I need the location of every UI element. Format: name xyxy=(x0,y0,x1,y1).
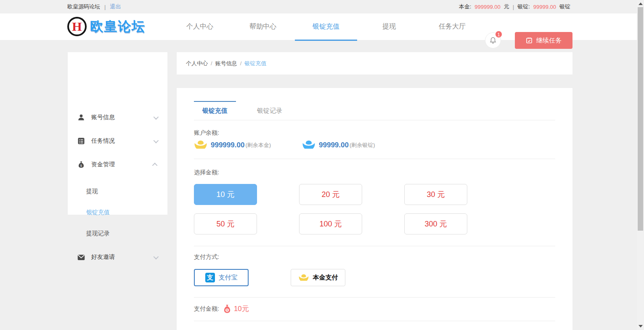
sidebar-item-account-info[interactable]: 账号信息 xyxy=(68,111,167,124)
sidebar-subitem-ingot-recharge[interactable]: 银锭充值 xyxy=(68,206,167,219)
site-name: 欧皇源码论坛 xyxy=(67,3,100,11)
divider xyxy=(194,120,555,120)
principal-balance-note: (剩余本金) xyxy=(245,141,271,149)
nav-help-center[interactable]: 帮助中心 xyxy=(231,13,294,40)
amount-option-300[interactable]: 300 元 xyxy=(404,213,467,234)
payment-method-principal[interactable]: 本金支付 xyxy=(291,269,345,286)
pay-amount-label: 支付金额: xyxy=(194,305,219,313)
gold-ingot-icon xyxy=(298,274,309,282)
scroll-up-arrow-icon[interactable] xyxy=(639,3,643,5)
chevron-up-icon xyxy=(152,162,158,168)
tab-ingot-recharge[interactable]: 银锭充值 xyxy=(194,101,236,115)
breadcrumb-personal-center[interactable]: 个人中心 xyxy=(186,60,208,67)
top-bar: 欧皇源码论坛 | 退出 本金: 999999.00 元 | 银锭: 99999.… xyxy=(0,0,644,13)
money-bag-icon: $ xyxy=(77,160,85,169)
notification-badge: 1 xyxy=(495,31,502,38)
ingot-unit: 银锭 xyxy=(559,3,570,11)
sidebar-subitem-withdraw[interactable]: 提现 xyxy=(68,185,167,198)
nav-task-hall[interactable]: 任务大厅 xyxy=(421,13,484,40)
bell-icon xyxy=(489,37,497,44)
ingot-value: 99999.00 xyxy=(533,4,556,10)
sidebar-item-fund-management[interactable]: $ 资金管理 xyxy=(68,158,167,171)
task-list-icon xyxy=(77,137,85,145)
header: H 欧皇论坛 个人中心 帮助中心 银锭充值 提现 任务大厅 1 继续任务 xyxy=(0,13,644,40)
red-money-bag-icon: $ xyxy=(223,304,231,314)
topbar-separator: | xyxy=(104,4,106,10)
logo-text: 欧皇论坛 xyxy=(90,18,146,35)
amount-option-100[interactable]: 100 元 xyxy=(299,213,362,234)
site-logo[interactable]: H 欧皇论坛 xyxy=(67,17,146,36)
user-icon xyxy=(77,113,85,122)
principal-value: 999999.00 xyxy=(474,4,500,10)
chevron-down-icon xyxy=(154,114,159,120)
recharge-tabs: 银锭充值 银锭记录 xyxy=(194,101,291,115)
divider xyxy=(194,159,555,159)
payment-method-alipay[interactable]: 支 支付宝 xyxy=(194,269,249,286)
sidebar-item-invite-friends[interactable]: 好友邀请 xyxy=(68,250,167,264)
breadcrumb-account-info[interactable]: 账号信息 xyxy=(215,60,237,67)
page-scrollbar[interactable] xyxy=(637,0,644,330)
notification-button[interactable]: 1 xyxy=(485,32,501,48)
blue-ingot-icon xyxy=(302,140,315,150)
ingot-balance-value: 99999.00 xyxy=(319,141,349,149)
topbar-separator-2: | xyxy=(513,4,514,10)
amount-option-50[interactable]: 50 元 xyxy=(194,213,257,234)
principal-label: 本金: xyxy=(459,3,472,11)
amount-option-10[interactable]: 10 元 xyxy=(194,184,257,205)
payment-method-label: 支付方式: xyxy=(194,253,219,261)
svg-text:$: $ xyxy=(226,309,228,312)
breadcrumb-current: 银锭充值 xyxy=(244,60,266,67)
balance-row: 999999.00 (剩余本金) 99999.00 (剩余银锭) xyxy=(194,140,375,150)
recharge-panel: 银锭充值 银锭记录 账户余额: 999999.00 (剩余本金) 99999.0… xyxy=(177,88,572,330)
sidebar-item-task-status[interactable]: 任务情况 xyxy=(68,134,167,148)
svg-text:$: $ xyxy=(80,164,82,167)
scroll-down-arrow-icon[interactable] xyxy=(639,325,643,327)
divider xyxy=(194,246,555,246)
gold-ingot-icon xyxy=(194,140,207,150)
amount-option-20[interactable]: 20 元 xyxy=(299,184,362,205)
pay-amount-row: 支付金额: $ 10元 xyxy=(194,304,249,314)
nav-withdraw[interactable]: 提现 xyxy=(358,13,421,40)
sidebar-subitem-withdraw-records[interactable]: 提现记录 xyxy=(68,227,167,240)
principal-balance-value: 999999.00 xyxy=(211,141,244,149)
mail-icon xyxy=(77,253,85,261)
main-nav: 个人中心 帮助中心 银锭充值 提现 任务大厅 xyxy=(168,13,484,40)
logout-link[interactable]: 退出 xyxy=(110,3,121,11)
sidebar: 账号信息 任务情况 $ 资金 xyxy=(68,52,167,215)
ingot-balance-note: (剩余银锭) xyxy=(350,141,375,149)
principal-unit: 元 xyxy=(504,3,509,11)
breadcrumb: 个人中心 / 账号信息 / 银锭充值 xyxy=(177,52,572,75)
logo-monogram-icon: H xyxy=(67,17,87,36)
nav-personal-center[interactable]: 个人中心 xyxy=(168,13,231,40)
alipay-icon: 支 xyxy=(205,273,215,282)
continue-task-button[interactable]: 继续任务 xyxy=(515,32,572,49)
recharge-page: 欧皇源码论坛 | 退出 本金: 999999.00 元 | 银锭: 99999.… xyxy=(0,0,644,330)
chevron-down-icon xyxy=(154,138,159,143)
amount-option-30[interactable]: 30 元 xyxy=(404,184,467,205)
ingot-label: 银锭: xyxy=(517,3,530,11)
tab-ingot-records[interactable]: 银锭记录 xyxy=(249,101,291,115)
task-check-icon xyxy=(526,37,533,44)
balance-label: 账户余额: xyxy=(194,129,219,137)
divider xyxy=(194,297,555,298)
nav-ingot-recharge[interactable]: 银锭充值 xyxy=(294,13,358,40)
amount-label: 选择金额: xyxy=(194,169,219,176)
divider xyxy=(194,321,555,321)
pay-amount-value: 10元 xyxy=(234,304,249,314)
chevron-down-icon xyxy=(154,254,159,259)
scrollbar-thumb[interactable] xyxy=(638,7,643,231)
